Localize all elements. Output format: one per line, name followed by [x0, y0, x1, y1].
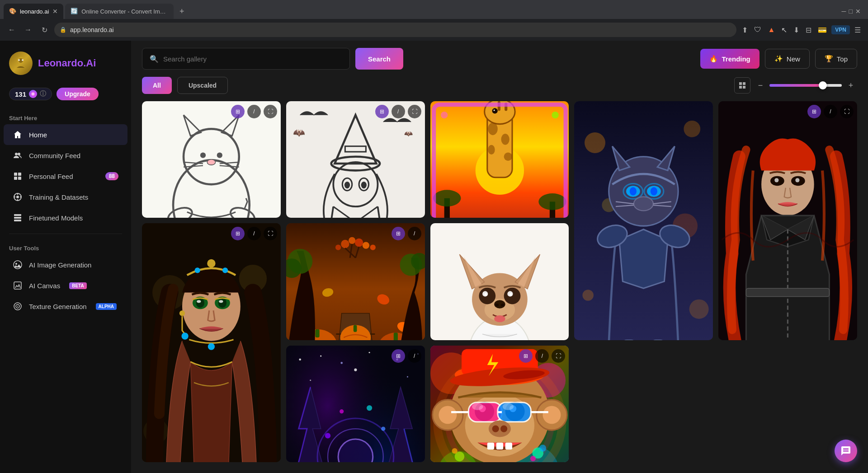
item-options-btn-2[interactable]: ⊞: [375, 105, 389, 118]
sidebar-item-home-label: Home: [29, 131, 47, 139]
window-maximize[interactable]: □: [849, 8, 853, 15]
address-box[interactable]: 🔒 app.leonardo.ai: [54, 23, 736, 37]
item-expand-btn-2[interactable]: ⛶: [408, 105, 421, 118]
item-options-pumpkins[interactable]: ⊞: [392, 227, 405, 240]
search-button[interactable]: Search: [355, 48, 403, 70]
item-expand-btn[interactable]: ⛶: [264, 105, 277, 118]
credits-info-icon[interactable]: ⓘ: [40, 90, 46, 98]
ai-canvas-beta-badge: BETA: [69, 282, 86, 289]
svg-point-148: [341, 240, 349, 248]
filter-upscaled-button[interactable]: Upscaled: [177, 77, 228, 94]
item-options-btn-6[interactable]: ⊞: [231, 227, 245, 240]
svg-line-38: [184, 166, 203, 167]
sidebar-item-personal-feed[interactable]: Personal Feed 88: [4, 166, 127, 187]
gallery-item-armor-cat[interactable]: [574, 101, 713, 340]
filter-all-button[interactable]: All: [142, 77, 172, 94]
gallery-item-giraffe[interactable]: [430, 101, 569, 218]
svg-point-127: [222, 268, 228, 273]
svg-point-25: [17, 306, 18, 307]
item-edit-monkey[interactable]: /: [535, 349, 549, 363]
sidebar-item-community-label: Community Feed: [29, 152, 80, 159]
gallery-item-redhead[interactable]: ⊞ / ⛶: [718, 101, 857, 340]
back-button[interactable]: ←: [5, 23, 18, 36]
item-edit-btn-5[interactable]: /: [824, 105, 837, 118]
svg-point-6: [18, 153, 20, 155]
gallery-item-warrior-woman[interactable]: ⊞ / ⛶: [142, 223, 281, 462]
item-options-monkey[interactable]: ⊞: [519, 349, 533, 363]
svg-point-97: [634, 197, 653, 211]
sidebar-item-finetuned[interactable]: Finetuned Models: [4, 207, 127, 228]
download-icon[interactable]: ⬇: [792, 24, 801, 36]
reload-button[interactable]: ↻: [38, 23, 51, 36]
brave-shield-icon[interactable]: 🛡: [752, 24, 763, 36]
window-minimize[interactable]: ─: [842, 8, 846, 15]
community-icon: [13, 150, 23, 160]
svg-point-64: [538, 193, 566, 210]
item-expand-btn-5[interactable]: ⛶: [840, 105, 854, 118]
upgrade-button[interactable]: Upgrade: [57, 88, 99, 100]
svg-point-203: [325, 433, 330, 438]
sidebar-item-home[interactable]: Home: [4, 124, 127, 145]
gallery-item-pumpkins[interactable]: ⊞ /: [286, 223, 425, 340]
svg-point-34: [200, 153, 206, 158]
new-button[interactable]: ✨ New: [765, 49, 810, 69]
svg-point-76: [441, 112, 448, 118]
new-tab-button[interactable]: +: [175, 5, 188, 18]
wallet-icon[interactable]: 💳: [816, 24, 829, 36]
sidebar-item-ai-canvas[interactable]: AI Canvas BETA: [4, 275, 127, 296]
brave-rewards-icon[interactable]: ▲: [766, 24, 777, 36]
share-icon[interactable]: ⬆: [740, 24, 750, 36]
tab-close-leonardo[interactable]: ✕: [52, 8, 58, 15]
item-edit-btn[interactable]: /: [247, 105, 261, 118]
item-expand-btn-6[interactable]: ⛶: [264, 227, 277, 240]
item-options-btn-5[interactable]: ⊞: [807, 105, 821, 118]
zoom-plus-button[interactable]: +: [844, 79, 857, 92]
gallery-item-cat[interactable]: ⊞ / ⛶: [142, 101, 281, 218]
zoom-track[interactable]: [769, 84, 842, 87]
gallery-item-dark-forest[interactable]: ⊞ /: [286, 346, 425, 462]
sidebar-item-texture[interactable]: Texture Generation ALPHA: [4, 296, 127, 317]
svg-point-4: [31, 92, 35, 96]
sidebar-item-community-feed[interactable]: Community Feed: [4, 145, 127, 166]
top-button[interactable]: 🏆 Top: [815, 49, 857, 69]
split-screen-icon[interactable]: ⊟: [804, 24, 813, 36]
svg-point-168: [495, 304, 499, 306]
item-actions-warrior: ⊞ / ⛶: [231, 227, 277, 240]
gallery-item-halloween-girl[interactable]: 🦇 🦇 ⊞ / ⛶: [286, 101, 425, 218]
svg-text:🦇: 🦇: [404, 129, 413, 138]
sidebar-item-training[interactable]: Training & Datasets: [4, 187, 127, 207]
svg-point-51: [344, 182, 350, 188]
item-options-forest[interactable]: ⊞: [392, 349, 405, 363]
svg-point-110: [774, 178, 778, 182]
item-expand-monkey[interactable]: ⛶: [552, 349, 565, 363]
gallery-item-chihuahua[interactable]: [430, 223, 569, 340]
tab-converter[interactable]: 🔄 Online Converter - Convert Image, Vi..…: [65, 4, 174, 19]
search-box[interactable]: 🔍: [142, 48, 350, 70]
texture-alpha-badge: ALPHA: [96, 303, 117, 310]
svg-point-169: [500, 304, 504, 306]
chat-bubble-button[interactable]: [835, 440, 857, 462]
svg-point-30: [173, 160, 250, 218]
svg-rect-26: [739, 82, 742, 85]
zoom-thumb[interactable]: [819, 81, 827, 89]
item-edit-pumpkins[interactable]: /: [408, 227, 421, 240]
grid-view-button[interactable]: [734, 77, 750, 94]
top-bar: 🔍 Search 🔥 Trending ✨ New 🏆 Top: [131, 41, 868, 77]
forward-button[interactable]: →: [22, 23, 34, 36]
item-options-btn[interactable]: ⊞: [231, 105, 245, 118]
gallery-item-monkey[interactable]: ⊞ / ⛶: [430, 346, 569, 462]
trending-button[interactable]: 🔥 Trending: [700, 49, 759, 69]
window-close[interactable]: ✕: [855, 8, 861, 15]
item-edit-btn-6[interactable]: /: [247, 227, 261, 240]
sidebar-item-ai-image[interactable]: AI Image Generation: [4, 254, 127, 275]
vpn-badge[interactable]: VPN: [831, 25, 850, 34]
item-edit-forest[interactable]: /: [408, 349, 421, 363]
zoom-minus-button[interactable]: −: [754, 79, 767, 92]
sidebar-item-texture-label: Texture Generation: [29, 303, 87, 310]
item-edit-btn-2[interactable]: /: [392, 105, 405, 118]
svg-point-81: [684, 121, 701, 137]
search-input[interactable]: [163, 55, 342, 63]
training-icon: [13, 192, 23, 202]
tab-leonardo[interactable]: 🎨 leonardo.ai ✕: [4, 4, 63, 19]
menu-icon[interactable]: ☰: [853, 24, 863, 36]
